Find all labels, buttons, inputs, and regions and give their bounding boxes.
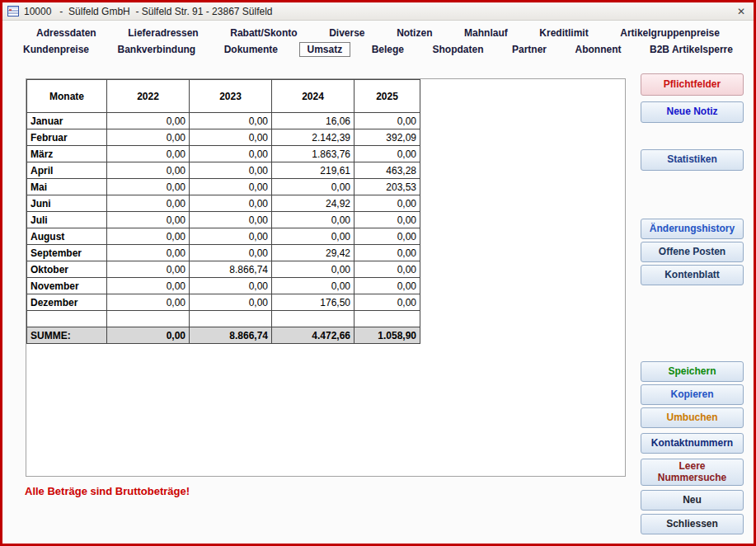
- value-cell: 0,00: [107, 129, 190, 146]
- tab-bar: AdressdatenLieferadressenRabatt/SkontoDi…: [2, 21, 754, 59]
- summary-value-cell: 0,00: [107, 327, 190, 344]
- aenderungshistory-button[interactable]: Änderungshistory: [641, 219, 744, 239]
- tab-mahnlauf[interactable]: Mahnlauf: [457, 26, 515, 40]
- window-title: 10000 - Sülfeld GmbH - Sülfeld Str. 91 -…: [24, 6, 273, 17]
- app-window: 10000 - Sülfeld GmbH - Sülfeld Str. 91 -…: [0, 0, 756, 546]
- table-row: April0,000,00219,61463,28: [27, 162, 420, 179]
- month-cell: Januar: [27, 113, 107, 129]
- tab-dokumente[interactable]: Dokumente: [217, 42, 285, 57]
- table-row: Juli0,000,000,000,00: [27, 212, 420, 228]
- tab-kreditlimit[interactable]: Kreditlimit: [532, 26, 595, 40]
- neue-notiz-button[interactable]: Neue Notiz: [641, 101, 744, 123]
- summary-value-cell: 8.866,74: [190, 327, 272, 344]
- schliessen-button[interactable]: Schliessen: [641, 514, 744, 534]
- value-cell: 0,00: [355, 146, 420, 162]
- umsatz-table-panel: Monate2022202320242025 Januar0,000,0016,…: [26, 78, 626, 477]
- value-cell: 0,00: [355, 228, 420, 245]
- value-cell: 219,61: [272, 162, 355, 179]
- table-row: März0,000,001.863,760,00: [27, 146, 420, 162]
- month-cell: November: [27, 278, 107, 294]
- close-icon[interactable]: ✕: [734, 6, 749, 17]
- month-cell: März: [27, 146, 107, 162]
- value-cell: 0,00: [107, 278, 190, 294]
- value-cell: 0,00: [107, 212, 190, 228]
- offene-posten-button[interactable]: Offene Posten: [641, 242, 744, 262]
- value-cell: 0,00: [272, 179, 355, 195]
- value-cell: 0,00: [190, 294, 272, 311]
- table-header-row: Monate2022202320242025: [27, 80, 420, 113]
- value-cell: 2.142,39: [272, 129, 355, 146]
- value-cell: 0,00: [355, 278, 420, 294]
- value-cell: 0,00: [355, 261, 420, 278]
- value-cell: 0,00: [190, 212, 272, 228]
- kontenblatt-button[interactable]: Kontenblatt: [641, 265, 744, 285]
- tab-kundenpreise[interactable]: Kundenpreise: [16, 42, 96, 57]
- table-row: Januar0,000,0016,060,00: [27, 113, 420, 129]
- speichern-button[interactable]: Speichern: [641, 361, 744, 382]
- tab-abonnent[interactable]: Abonnent: [568, 42, 629, 57]
- value-cell: 0,00: [107, 146, 190, 162]
- tab-b2b-artikelsperre[interactable]: B2B Artikelsperre: [642, 42, 740, 57]
- tab-shopdaten[interactable]: Shopdaten: [425, 42, 491, 57]
- value-cell: 0,00: [107, 245, 190, 261]
- leere-nummersuche-button[interactable]: Leere Nummersuche: [641, 459, 744, 486]
- empty-cell: [27, 311, 107, 327]
- tab-adressdaten[interactable]: Adressdaten: [29, 26, 104, 40]
- empty-row: [27, 311, 420, 327]
- value-cell: 0,00: [190, 162, 272, 179]
- tab-umsatz[interactable]: Umsatz: [299, 42, 351, 57]
- empty-cell: [190, 311, 272, 327]
- value-cell: 0,00: [355, 195, 420, 212]
- value-cell: 0,00: [107, 162, 190, 179]
- value-cell: 0,00: [107, 113, 190, 129]
- umbuchen-button[interactable]: Umbuchen: [641, 407, 744, 428]
- tab-notizen[interactable]: Notizen: [389, 26, 439, 40]
- tab-artikelgruppenpreise[interactable]: Artikelgruppenpreise: [613, 26, 727, 40]
- tab-bankverbindung[interactable]: Bankverbindung: [110, 42, 204, 57]
- value-cell: 0,00: [355, 245, 420, 261]
- value-cell: 0,00: [107, 179, 190, 195]
- table-row: Dezember0,000,00176,500,00: [27, 294, 420, 311]
- value-cell: 0,00: [355, 294, 420, 311]
- empty-cell: [355, 311, 420, 327]
- month-cell: Dezember: [27, 294, 107, 311]
- pflichtfelder-button[interactable]: Pflichtfelder: [641, 73, 744, 96]
- kopieren-button[interactable]: Kopieren: [641, 384, 744, 405]
- tab-belege[interactable]: Belege: [364, 42, 411, 57]
- kontaktnummern-button[interactable]: Kontaktnummern: [641, 433, 744, 454]
- value-cell: 0,00: [190, 113, 272, 129]
- value-cell: 0,00: [107, 228, 190, 245]
- tab-lieferadressen[interactable]: Lieferadressen: [120, 26, 205, 40]
- column-header-2025: 2025: [355, 80, 420, 113]
- tab-row-1: AdressdatenLieferadressenRabatt/SkontoDi…: [2, 25, 754, 41]
- empty-cell: [107, 311, 190, 327]
- tab-partner[interactable]: Partner: [505, 42, 554, 57]
- month-cell: Juni: [27, 195, 107, 212]
- month-cell: Oktober: [27, 261, 107, 278]
- value-cell: 0,00: [355, 212, 420, 228]
- month-cell: Februar: [27, 129, 107, 146]
- tab-rabatt-skonto[interactable]: Rabatt/Skonto: [223, 26, 304, 40]
- value-cell: 0,00: [107, 294, 190, 311]
- table-row: Juni0,000,0024,920,00: [27, 195, 420, 212]
- column-header-2023: 2023: [190, 80, 272, 113]
- table-row: Februar0,000,002.142,39392,09: [27, 129, 420, 146]
- statistiken-button[interactable]: Statistiken: [641, 149, 744, 171]
- table-row: Oktober0,008.866,740,000,00: [27, 261, 420, 278]
- summary-value-cell: 4.472,66: [272, 327, 355, 344]
- value-cell: 1.863,76: [272, 146, 355, 162]
- neu-button[interactable]: Neu: [641, 490, 744, 511]
- table-row: Mai0,000,000,00203,53: [27, 179, 420, 195]
- month-cell: Mai: [27, 179, 107, 195]
- value-cell: 8.866,74: [190, 261, 272, 278]
- month-cell: April: [27, 162, 107, 179]
- month-cell: September: [27, 245, 107, 261]
- value-cell: 0,00: [272, 261, 355, 278]
- value-cell: 29,42: [272, 245, 355, 261]
- value-cell: 0,00: [190, 179, 272, 195]
- tab-diverse[interactable]: Diverse: [322, 26, 372, 40]
- value-cell: 203,53: [355, 179, 420, 195]
- value-cell: 0,00: [190, 228, 272, 245]
- empty-cell: [272, 311, 355, 327]
- summary-value-cell: 1.058,90: [355, 327, 420, 344]
